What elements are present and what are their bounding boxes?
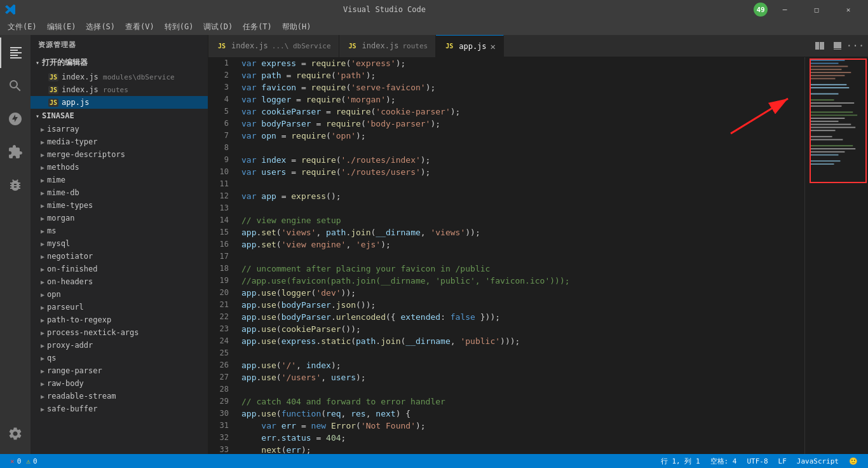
folder-isarray[interactable]: ▶isarray	[31, 123, 208, 135]
open-editors-label: 打开的编辑器	[42, 57, 88, 68]
status-emoji[interactable]: 🙂	[844, 457, 863, 465]
svg-rect-11	[810, 102, 854, 104]
main-content: 资源管理器 ▾ 打开的编辑器 JS index.js modules\dbSer…	[0, 35, 868, 454]
more-actions-button[interactable]: ···	[848, 38, 863, 53]
activity-explorer[interactable]	[0, 38, 31, 68]
folder-parseurl[interactable]: ▶parseurl	[31, 301, 208, 313]
folder-mime-types[interactable]: ▶mime-types	[31, 199, 208, 212]
svg-rect-1	[810, 63, 839, 64]
warning-icon: ⚠	[26, 457, 31, 465]
open-file-index-db[interactable]: JS index.js modules\dbService	[31, 71, 208, 83]
menu-goto[interactable]: 转到(G)	[159, 20, 199, 34]
sinasae-section[interactable]: ▾ SINASAE	[31, 109, 208, 123]
folder-path-to-regexp[interactable]: ▶path-to-regexp	[31, 313, 208, 326]
toggle-panel-button[interactable]	[830, 38, 845, 53]
folder-mime[interactable]: ▶mime	[31, 174, 208, 186]
code-line: 15 app.set('views', path.join(__dirname,…	[208, 226, 804, 238]
tabs-bar: JS index.js ...\ dbService JS index.js r…	[208, 35, 868, 57]
menu-select[interactable]: 选择(S)	[81, 20, 120, 34]
menu-view[interactable]: 查看(V)	[120, 20, 159, 34]
tab-close-button[interactable]: ✕	[491, 41, 496, 52]
status-spaces[interactable]: 空格: 4	[705, 457, 742, 466]
activity-debug[interactable]	[0, 170, 31, 200]
activity-git[interactable]	[0, 104, 31, 134]
status-position[interactable]: 行 1, 列 1	[656, 457, 705, 466]
folder-readable-stream[interactable]: ▶readable-stream	[31, 390, 208, 403]
js-badge-icon: JS	[48, 73, 58, 81]
code-line: 9 var index = require('./routes/index');	[208, 154, 804, 166]
sidebar-content: ▾ 打开的编辑器 JS index.js modules\dbService J…	[31, 55, 208, 454]
svg-rect-4	[810, 72, 851, 73]
tab-app-js[interactable]: JS app.js ✕	[436, 35, 504, 57]
status-language[interactable]: JavaScript	[792, 457, 844, 465]
folder-media-typer[interactable]: ▶media-typer	[31, 135, 208, 148]
code-line: 28	[208, 383, 804, 396]
code-editor[interactable]: 1 var express = require('express'); 2 va…	[208, 57, 804, 454]
svg-rect-16	[810, 121, 839, 122]
chevron-down-icon: ▾	[36, 113, 39, 120]
svg-rect-0	[810, 60, 844, 61]
status-line-ending[interactable]: LF	[773, 457, 792, 465]
folder-mysql[interactable]: ▶mysql	[31, 237, 208, 250]
tab-index-db[interactable]: JS index.js ...\ dbService	[208, 35, 339, 57]
activity-extensions[interactable]	[0, 137, 31, 167]
file-path: routes	[103, 86, 128, 94]
minimize-button[interactable]: ─	[770, 0, 799, 19]
code-line: 4 var logger = require('morgan');	[208, 93, 804, 106]
menu-debug[interactable]: 调试(D)	[198, 20, 238, 34]
folder-qs[interactable]: ▶qs	[31, 352, 208, 364]
maximize-button[interactable]: □	[802, 0, 831, 19]
menu-file[interactable]: 文件(E)	[3, 20, 42, 34]
folder-on-finished[interactable]: ▶on-finished	[31, 263, 208, 275]
folder-ms[interactable]: ▶ms	[31, 224, 208, 237]
activity-search[interactable]	[0, 71, 31, 101]
js-tab-badge: JS	[444, 42, 455, 50]
status-bar: ✕ 0 ⚠ 0 行 1, 列 1 空格: 4 UTF-8 LF JavaScri…	[0, 454, 868, 468]
folder-process-nextick-args[interactable]: ▶process-nextick-args	[31, 326, 208, 339]
folder-on-headers[interactable]: ▶on-headers	[31, 275, 208, 288]
folder-range-parser[interactable]: ▶range-parser	[31, 364, 208, 377]
status-errors[interactable]: ✕ 0 ⚠ 0	[5, 457, 43, 465]
folder-proxy-addr[interactable]: ▶proxy-addr	[31, 339, 208, 352]
code-line: 25	[208, 347, 804, 359]
code-line: 16 app.set('view engine', 'ejs');	[208, 238, 804, 251]
svg-rect-22	[810, 145, 853, 146]
open-file-index-routes[interactable]: JS index.js routes	[31, 83, 208, 96]
menu-edit[interactable]: 编辑(E)	[42, 20, 81, 34]
tab-index-routes[interactable]: JS index.js routes	[339, 35, 437, 57]
folder-raw-body[interactable]: ▶raw-body	[31, 377, 208, 390]
svg-rect-10	[810, 99, 834, 100]
minimap[interactable]	[804, 57, 868, 454]
menu-help[interactable]: 帮助(H)	[277, 20, 316, 34]
code-line: 3 var favicon = require('serve-favicon')…	[208, 81, 804, 93]
svg-rect-3	[810, 69, 842, 70]
open-editors-section[interactable]: ▾ 打开的编辑器	[31, 55, 208, 71]
activity-settings-icon[interactable]	[0, 418, 31, 449]
folder-opn[interactable]: ▶opn	[31, 288, 208, 301]
split-editor-button[interactable]	[812, 38, 827, 53]
menu-task[interactable]: 任务(T)	[238, 20, 277, 34]
app-container: 资源管理器 ▾ 打开的编辑器 JS index.js modules\dbSer…	[0, 35, 868, 468]
open-file-app[interactable]: JS app.js	[31, 96, 208, 109]
window-title: Visual Studio Code	[15, 5, 754, 14]
sidebar-title: 资源管理器	[31, 35, 208, 55]
folder-negotiator[interactable]: ▶negotiator	[31, 250, 208, 263]
folder-merge-descriptors[interactable]: ▶merge-descriptors	[31, 148, 208, 161]
svg-rect-5	[810, 75, 844, 76]
code-line: 5 var cookieParser = require('cookie-par…	[208, 106, 804, 118]
svg-rect-26	[810, 160, 841, 162]
file-name: index.js	[62, 85, 98, 94]
folder-methods[interactable]: ▶methods	[31, 161, 208, 174]
status-encoding[interactable]: UTF-8	[742, 457, 773, 465]
folder-safe-buffer[interactable]: ▶safe-buffer	[31, 403, 208, 415]
close-button[interactable]: ✕	[834, 0, 863, 19]
code-line: 2 var path = require('path');	[208, 69, 804, 81]
vsc-logo-icon	[5, 4, 15, 15]
js-tab-badge: JS	[347, 42, 358, 50]
code-line: 19 //app.use(favicon(path.join(__dirname…	[208, 275, 804, 287]
folder-morgan[interactable]: ▶morgan	[31, 212, 208, 224]
error-count: 0	[17, 457, 22, 465]
folder-mime-db[interactable]: ▶mime-db	[31, 186, 208, 199]
code-line: 20 app.use(logger('dev'));	[208, 287, 804, 299]
code-line: 22 app.use(bodyParser.urlencoded({ exten…	[208, 311, 804, 323]
